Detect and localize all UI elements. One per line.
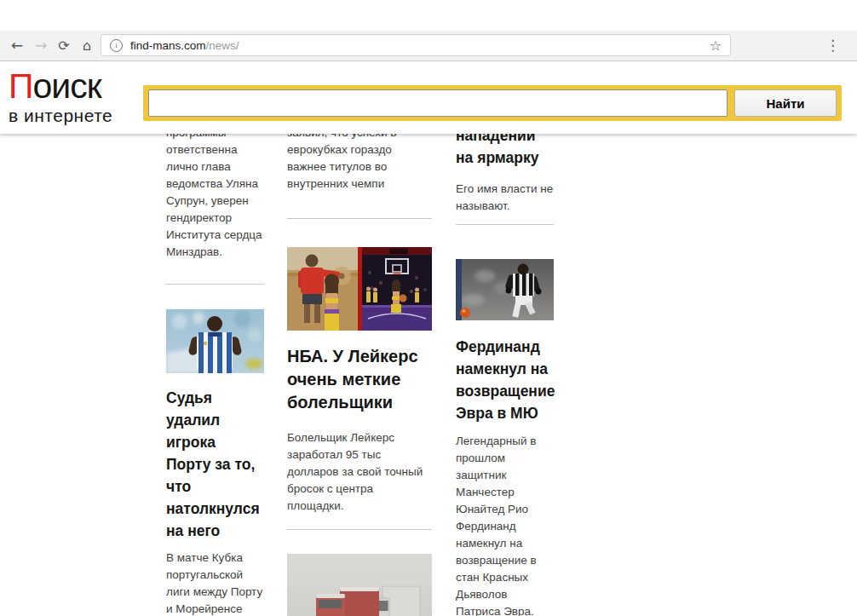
browser-toolbar: ← → ⟳ ⌂ i find-mans.com /news/ ☆ ⋮ [0, 31, 857, 61]
article-image-porto[interactable] [166, 309, 264, 373]
bookmark-star-icon[interactable]: ☆ [710, 37, 722, 54]
browser-menu-icon[interactable]: ⋮ [825, 31, 840, 60]
back-button[interactable]: ← [7, 31, 27, 60]
url-path: /news/ [206, 39, 710, 52]
search-input[interactable] [148, 89, 728, 117]
article-title[interactable]: НБА. У Лейкерс очень меткие болельщики [287, 345, 432, 414]
news-column-middle: заявил, что успехи в еврокубках гораздо … [287, 124, 432, 616]
home-button[interactable]: ⌂ [77, 31, 97, 60]
reload-button[interactable]: ⟳ [54, 31, 74, 60]
page-info-icon[interactable]: i [110, 39, 123, 52]
url-host: find-mans.com [130, 39, 206, 52]
logo-word-rest: оиск [32, 66, 101, 106]
news-column-right: нападении на ярмарку Его имя власти не н… [456, 124, 554, 616]
site-logo[interactable]: Поиск в интернете [9, 69, 112, 124]
browser-window: p Стартовая × ← → ⟳ ⌂ i find-mans.com /n… [0, 0, 857, 616]
divider [166, 284, 264, 285]
article-summary: Легендарный в прошлом защитник Манчестер… [456, 433, 554, 616]
article-image-snow-trucks[interactable] [287, 554, 432, 616]
article-summary: В матче Кубка португальской лиги между П… [166, 550, 264, 616]
divider [287, 529, 432, 530]
article-teaser-text: программы ответственна лично глава ведом… [166, 124, 264, 261]
search-button[interactable]: Найти [734, 89, 837, 117]
divider [287, 218, 432, 219]
juventus-player-photo [456, 259, 554, 320]
logo-word: Поиск [9, 69, 112, 104]
porto-player-photo [166, 309, 264, 373]
article-title[interactable]: Судья удалил игрока Порту за то, что нат… [166, 387, 264, 542]
article-image-juventus[interactable] [456, 259, 554, 320]
forward-button[interactable]: → [31, 31, 51, 60]
article-title[interactable]: Фердинанд намекнул на возвращение Эвра в… [456, 336, 554, 424]
logo-tagline: в интернете [9, 107, 112, 124]
site-header: Поиск в интернете Найти [0, 61, 857, 134]
address-bar[interactable]: i find-mans.com /news/ ☆ [101, 34, 731, 56]
news-column-left: программы ответственна лично глава ведом… [166, 124, 264, 616]
article-summary: Его имя власти не называют. [456, 181, 554, 215]
logo-accent-letter: П [9, 66, 32, 106]
snow-trucks-photo [287, 554, 432, 616]
nba-lakers-fans-photo [287, 247, 432, 331]
article-summary: Болельщик Лейкерс заработал 95 тыс долла… [287, 429, 432, 515]
article-teaser-text: заявил, что успехи в еврокубках гораздо … [287, 124, 432, 193]
info-letter: i [115, 42, 118, 49]
article-image-nba[interactable] [287, 247, 432, 331]
search-bar: Найти [143, 85, 842, 121]
divider [456, 224, 554, 225]
